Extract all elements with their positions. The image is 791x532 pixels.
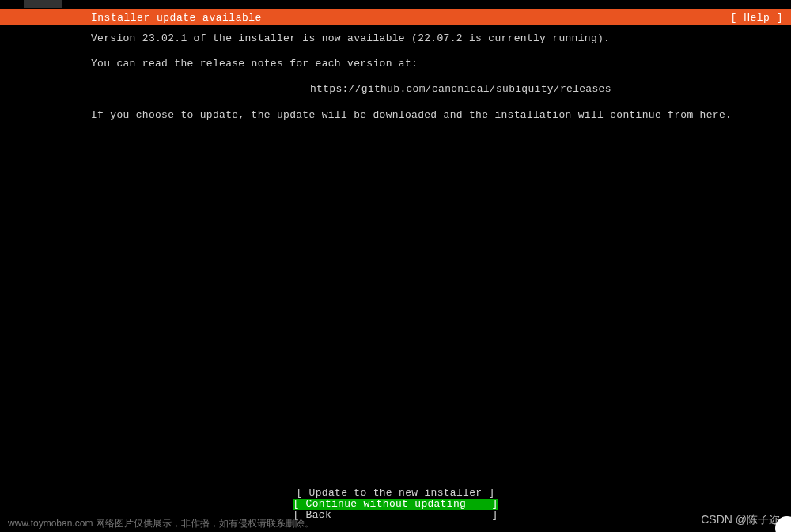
update-button[interactable]: [ Update to the new installer ]: [296, 488, 494, 499]
release-notes-intro: You can read the release notes for each …: [91, 57, 775, 71]
terminal-tab: [24, 0, 62, 8]
page-title: Installer update available: [91, 12, 262, 24]
button-area: [ Update to the new installer ] [ Contin…: [0, 488, 791, 521]
watermark-right: CSDN @陈子迩: [701, 513, 780, 527]
content-area: Version 23.02.1 of the installer is now …: [91, 32, 775, 134]
update-instruction-text: If you choose to update, the update will…: [91, 108, 775, 123]
header-bar: Installer update available [ Help ]: [0, 9, 791, 25]
release-notes-url: https://github.com/canonical/subiquity/r…: [91, 82, 775, 96]
watermark-left: www.toymoban.com 网络图片仅供展示，非作播，如有侵权请联系删除。: [8, 517, 314, 530]
version-info-text: Version 23.02.1 of the installer is now …: [91, 32, 775, 46]
continue-button[interactable]: [ Continue without updating ]: [293, 499, 498, 510]
help-button[interactable]: [ Help ]: [731, 12, 783, 24]
back-button[interactable]: [ Back ]: [293, 510, 498, 521]
